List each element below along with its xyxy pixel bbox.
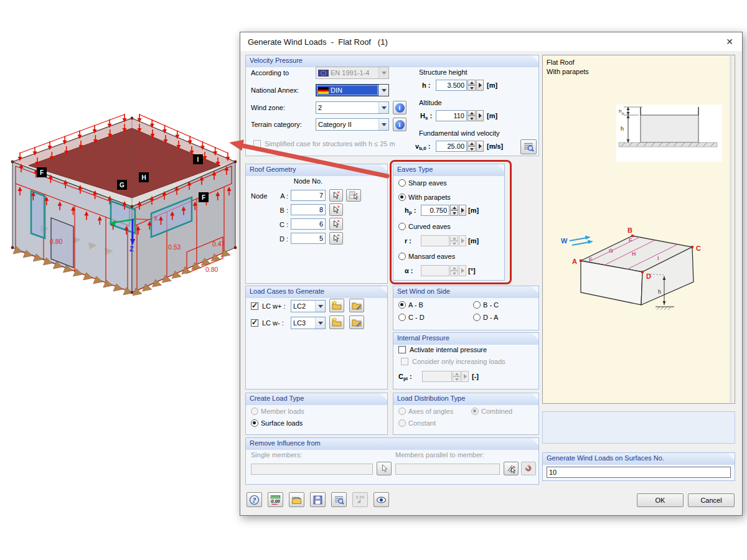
eye-icon [376, 495, 387, 505]
cancel-button[interactable]: Cancel [688, 493, 735, 507]
node-b-input[interactable] [291, 204, 326, 215]
lc-wminus-checkbox[interactable] [251, 319, 258, 327]
magnet-snap-button [521, 462, 536, 475]
vb0-label: vb,0 : [415, 142, 430, 151]
lc-wplus-checkbox[interactable] [251, 302, 258, 310]
structure-height-param-button[interactable] [476, 80, 484, 91]
parapet-height-input[interactable] [421, 205, 449, 216]
save-button[interactable] [310, 492, 326, 507]
chevron-down-icon[interactable] [378, 102, 388, 113]
open-button[interactable] [289, 492, 304, 507]
chevron-down-icon[interactable] [378, 85, 388, 96]
chevron-down-icon[interactable] [378, 119, 388, 130]
parapet-height-spinner[interactable] [450, 205, 458, 216]
corner-a-label: A [572, 258, 577, 265]
chevron-down-icon[interactable] [315, 317, 325, 329]
info-icon: i [395, 120, 405, 129]
model-viewport: F G H I F 0.80 0.53 0.47 0.80 Z X [0, 93, 249, 317]
terrain-info-button[interactable]: i [393, 118, 406, 131]
mansard-angle-param-button [459, 265, 466, 276]
node-b-label: B : [273, 207, 288, 214]
eaves-type-group: Eaves Type Sharp eaves With parapets hp … [393, 164, 505, 281]
sharp-eaves-radio[interactable] [398, 179, 406, 187]
info-icon: i [395, 103, 405, 113]
parapet-height-param-button[interactable] [459, 205, 466, 216]
svg-text:?: ? [253, 496, 256, 504]
mansard-eaves-radio[interactable] [398, 253, 406, 260]
r-label: r : [405, 237, 411, 245]
wind-direction-label: W [561, 237, 568, 245]
surfaces-group: Generate Wind Loads on Surfaces No. [542, 452, 735, 481]
node-pick-all-button[interactable] [346, 189, 361, 202]
curved-radius-spinner [450, 235, 458, 246]
terrain-category-combo[interactable]: Category II [316, 118, 389, 131]
roof-geometry-group: Roof Geometry Node No. Node A : B : C : … [245, 164, 388, 284]
node-a-pick-button[interactable] [329, 189, 343, 202]
load-value: 0.53 [168, 243, 181, 251]
surfaces-input[interactable] [547, 467, 731, 478]
single-members-pick-button[interactable] [377, 462, 392, 475]
wind-velocity-input[interactable] [436, 141, 467, 152]
node-b-pick-button[interactable] [329, 203, 343, 216]
display-button[interactable] [374, 492, 389, 507]
node-c-pick-button[interactable] [329, 218, 343, 230]
pick-cursor-icon [332, 234, 341, 243]
parallel-pick-button[interactable] [504, 462, 519, 475]
chevron-down-icon[interactable] [315, 301, 325, 312]
lc-wminus-combo[interactable]: LC3 [291, 317, 326, 329]
altitude-spinner[interactable] [467, 110, 476, 121]
structure-height-input[interactable] [436, 80, 467, 91]
activate-internal-pressure-checkbox[interactable] [398, 346, 406, 353]
help-button[interactable]: ? [247, 492, 262, 507]
hs-label: Hs : [420, 112, 432, 121]
wind-zone-info-button[interactable]: i [393, 101, 406, 114]
curved-eaves-label: Curved eaves [408, 223, 451, 230]
wind-zone-combo[interactable]: 2 [316, 101, 389, 114]
node-d-input[interactable] [291, 233, 326, 244]
dialog-titlebar[interactable]: Generate Wind Loads - Flat Roof (1) ✕ [240, 32, 742, 51]
surface-loads-radio[interactable] [251, 419, 258, 427]
national-annex-combo[interactable]: DIN [316, 84, 389, 96]
box-h-label: h [658, 289, 661, 295]
wind-velocity-param-button[interactable] [476, 141, 484, 152]
side-da-radio[interactable] [473, 314, 481, 321]
curved-eaves-radio[interactable] [398, 223, 406, 230]
units-button[interactable]: 0.00 [268, 492, 283, 507]
magnifier-list-icon [523, 142, 534, 152]
hp-dim-label: h [619, 108, 621, 114]
lc-wplus-combo[interactable]: LC2 [291, 300, 326, 312]
velocity-details-button[interactable] [520, 139, 537, 154]
node-c-input[interactable] [291, 218, 326, 230]
with-parapets-radio[interactable] [398, 194, 406, 201]
load-value: 0.47 [212, 240, 225, 248]
lc-wplus-edit-button[interactable] [349, 299, 364, 312]
cpi-unit: [-] [472, 373, 479, 380]
group-header: Internal Pressure [393, 333, 538, 345]
lc-wminus-edit-button[interactable] [349, 315, 364, 329]
altitude-input[interactable] [436, 110, 467, 121]
curved-radius-input [421, 235, 449, 246]
side-bc-radio[interactable] [473, 301, 481, 309]
member-loads-label: Member loads [261, 408, 304, 415]
ok-button[interactable]: OK [637, 493, 684, 507]
lc-wminus-new-button[interactable] [329, 315, 344, 329]
altitude-label: Altitude [419, 99, 442, 106]
lc-wplus-value: LC2 [293, 302, 306, 310]
fundamental-wind-label: Fundamental wind velocity [419, 129, 500, 137]
node-d-label: D : [273, 235, 288, 243]
generate-wind-loads-dialog: Generate Wind Loads - Flat Roof (1) ✕ Ve… [240, 32, 743, 516]
lc-wplus-new-button[interactable] [329, 299, 344, 312]
altitude-param-button[interactable] [476, 110, 484, 121]
side-cd-radio[interactable] [398, 314, 406, 321]
node-a-input[interactable] [291, 190, 326, 201]
wind-velocity-spinner[interactable] [467, 141, 476, 152]
h-unit: [m] [487, 82, 497, 89]
decimal-places-button: X.XX [352, 492, 368, 507]
group-header: Remove Influence from [246, 438, 538, 450]
side-ab-radio[interactable] [398, 301, 406, 309]
group-header: Load Cases to Generate [246, 286, 387, 298]
node-d-pick-button[interactable] [329, 232, 343, 245]
close-icon[interactable]: ✕ [723, 35, 736, 48]
details-button[interactable] [331, 492, 347, 507]
structure-height-spinner[interactable] [467, 80, 476, 91]
